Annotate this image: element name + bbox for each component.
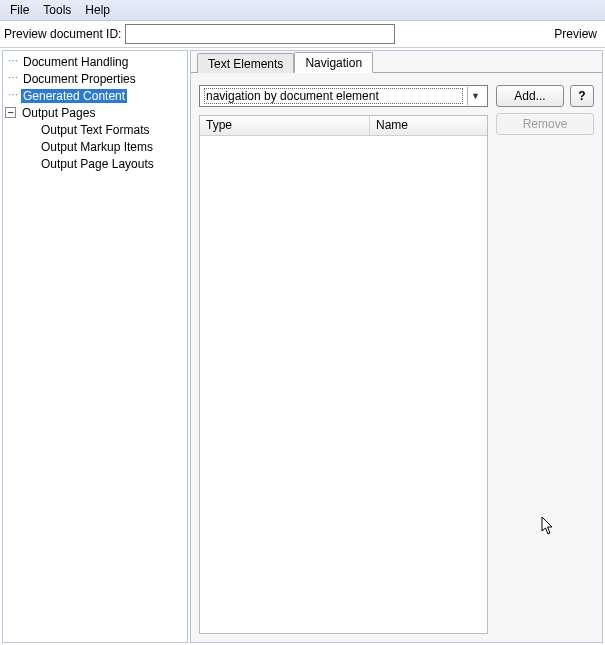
collapse-icon[interactable]: −	[5, 107, 16, 118]
nav-tree: ···Document Handling ···Document Propert…	[2, 50, 188, 643]
tab-navigation[interactable]: Navigation	[294, 52, 373, 73]
remove-button: Remove	[496, 113, 594, 135]
tree-item-output-pages[interactable]: −Output Pages	[3, 104, 187, 121]
tree-item-output-text-formats[interactable]: Output Text Formats	[3, 121, 187, 138]
navigation-type-dropdown[interactable]: navigation by document element ▼	[199, 85, 488, 107]
menu-help[interactable]: Help	[79, 2, 116, 18]
tab-text-elements[interactable]: Text Elements	[197, 53, 294, 73]
navigation-table[interactable]: Type Name	[199, 115, 488, 634]
content-pane: Text Elements Navigation navigation by d…	[190, 50, 603, 643]
preview-id-label: Preview document ID:	[4, 27, 121, 41]
chevron-down-icon: ▼	[467, 87, 483, 105]
preview-toolbar: Preview document ID: Preview	[0, 21, 605, 48]
tab-bar: Text Elements Navigation	[191, 51, 602, 73]
col-name[interactable]: Name	[370, 116, 487, 135]
tree-item-output-page-layouts[interactable]: Output Page Layouts	[3, 155, 187, 172]
col-type[interactable]: Type	[200, 116, 370, 135]
add-button[interactable]: Add...	[496, 85, 564, 107]
tree-item-output-markup-items[interactable]: Output Markup Items	[3, 138, 187, 155]
preview-id-input[interactable]	[125, 24, 395, 44]
menu-tools[interactable]: Tools	[37, 2, 77, 18]
tree-item-document-handling[interactable]: ···Document Handling	[3, 53, 187, 70]
menu-bar: File Tools Help	[0, 0, 605, 21]
preview-link[interactable]: Preview	[554, 27, 597, 41]
tree-item-document-properties[interactable]: ···Document Properties	[3, 70, 187, 87]
menu-file[interactable]: File	[4, 2, 35, 18]
table-header: Type Name	[200, 116, 487, 136]
dropdown-selected-text: navigation by document element	[204, 88, 463, 104]
tree-item-generated-content[interactable]: ···Generated Content	[3, 87, 187, 104]
help-button[interactable]: ?	[570, 85, 594, 107]
